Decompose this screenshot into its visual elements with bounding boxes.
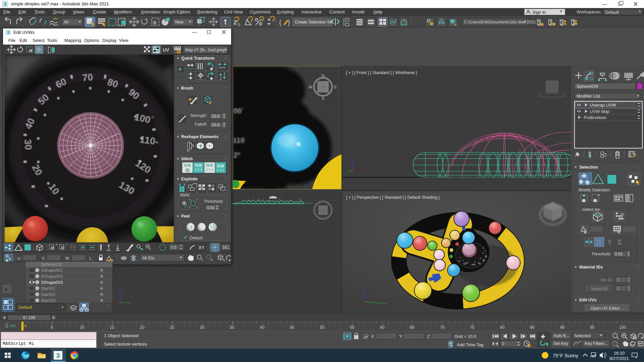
svg-text:❋: ❋	[100, 286, 104, 291]
svg-text:L:: L:	[89, 256, 93, 261]
svg-text:}: }	[288, 19, 290, 26]
svg-text:0: 0	[502, 342, 504, 346]
svg-text:75°F Sunny: 75°F Sunny	[553, 353, 579, 358]
svg-text:z: z	[119, 289, 120, 292]
svg-text:All IDs: All IDs	[142, 256, 154, 260]
svg-text:❋: ❋	[100, 280, 104, 285]
svg-text:Create Selection Se: Create Selection Se	[295, 20, 332, 24]
svg-text:❋: ❋	[100, 292, 104, 297]
svg-text:z: z	[364, 288, 365, 291]
svg-text:70: 70	[82, 72, 94, 83]
svg-text:9/27/2021: 9/27/2021	[609, 356, 629, 361]
svg-text:Key Filters...: Key Filters...	[585, 341, 608, 346]
svg-text:U:: U:	[17, 256, 21, 261]
svg-text:❋: ❋	[100, 268, 104, 273]
svg-text:Map #7 (fb...1eaf.jpeg): Map #7 (fb...1eaf.jpeg)	[185, 48, 226, 52]
svg-text:❋: ❋	[100, 274, 104, 279]
svg-text:Falloff:: Falloff:	[195, 122, 207, 127]
svg-text:100: 100	[471, 263, 476, 266]
svg-text:Y:: Y:	[399, 334, 403, 339]
svg-text:Threshold:: Threshold:	[204, 199, 223, 204]
svg-text:Z:: Z:	[427, 334, 431, 339]
svg-text:Y: Y	[607, 239, 612, 246]
svg-text:Set Key: Set Key	[553, 341, 569, 346]
svg-text:Selected: Selected	[574, 334, 591, 338]
svg-text:FRONT: FRONT	[547, 85, 557, 88]
svg-text:Weld: Weld	[180, 193, 189, 197]
svg-text:Strength:: Strength:	[190, 113, 207, 118]
svg-text:{: {	[279, 19, 281, 26]
svg-text:30: 30	[22, 139, 34, 150]
svg-text:3: 3	[56, 352, 60, 359]
svg-text:z: z	[352, 158, 353, 161]
svg-text:All: All	[64, 20, 68, 24]
svg-text:Z: Z	[618, 239, 622, 246]
svg-text:❋: ❋	[100, 298, 104, 303]
svg-text:XY: XY	[199, 245, 205, 250]
svg-text:+: +	[198, 23, 200, 27]
svg-text:X: X	[597, 239, 601, 246]
svg-text:V:: V:	[42, 256, 45, 261]
svg-text:2: 2	[233, 19, 237, 26]
svg-text:LEFT: LEFT	[320, 209, 326, 212]
svg-text:16:10: 16:10	[614, 351, 625, 356]
svg-text:View: View	[175, 20, 183, 24]
svg-text:0.0: 0.0	[171, 245, 176, 250]
svg-text:Auto K...: Auto K...	[553, 334, 570, 338]
svg-text:16: 16	[222, 245, 227, 250]
svg-text:UV: UV	[163, 47, 169, 53]
svg-text:W:: W:	[65, 256, 70, 261]
svg-text:3: 3	[7, 31, 9, 35]
svg-text:3: 3	[4, 2, 6, 7]
svg-text:.5: .5	[237, 22, 240, 26]
svg-text:X:: X:	[371, 334, 375, 339]
